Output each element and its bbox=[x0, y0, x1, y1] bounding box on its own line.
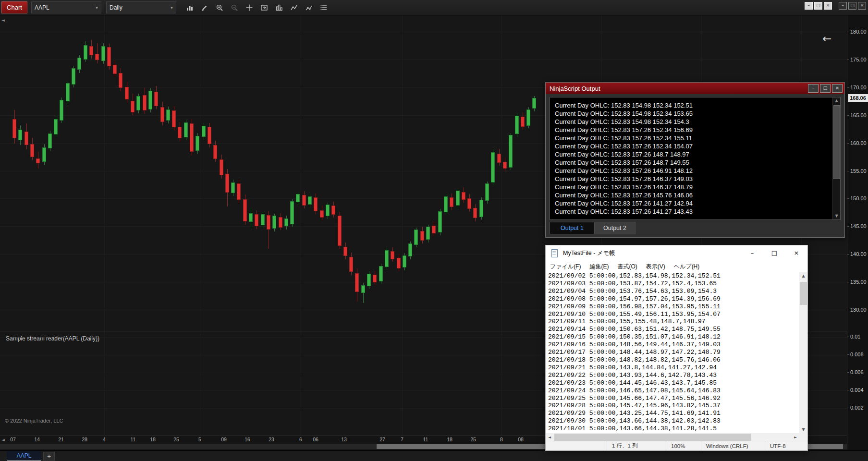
candle-body bbox=[302, 195, 306, 206]
candle-body bbox=[190, 123, 194, 152]
candle-body bbox=[509, 135, 513, 167]
indicators-icon[interactable] bbox=[287, 1, 300, 13]
status-cursor-position: 1 行、1 列 bbox=[607, 441, 666, 450]
candle-body bbox=[107, 47, 111, 66]
period-selector[interactable]: Daily ▾ bbox=[106, 1, 176, 13]
axis-tick bbox=[847, 310, 849, 310]
time-axis-label: 18 bbox=[447, 437, 452, 442]
scroll-left-icon[interactable]: ◄ bbox=[1, 18, 5, 23]
v-gridline bbox=[402, 331, 403, 436]
axis-tick bbox=[847, 354, 849, 355]
output-restore-button[interactable]: □ bbox=[820, 84, 831, 93]
menu-view[interactable]: 表示(V) bbox=[642, 263, 670, 271]
scroll-left-icon[interactable]: ◄ bbox=[1, 437, 5, 442]
notepad-h-scrollbar-thumb[interactable] bbox=[554, 434, 751, 441]
output-minimize-button[interactable]: – bbox=[808, 84, 819, 93]
notepad-v-scrollbar[interactable]: ▲ ▼ bbox=[799, 272, 807, 433]
time-axis-label: 27 bbox=[379, 437, 385, 442]
axis-tick bbox=[847, 408, 849, 408]
menu-file[interactable]: ファイル(F) bbox=[546, 263, 585, 271]
candle-body bbox=[503, 162, 507, 169]
notepad-close-button[interactable]: × bbox=[785, 245, 807, 261]
notepad-line: 2021/09/23 5:00:00,144.45,146.43,143.7,1… bbox=[548, 379, 799, 387]
app-minimize-button[interactable]: – bbox=[839, 2, 847, 10]
output-log-area[interactable]: Current Day OHLC: 152.83 154.98 152.34 1… bbox=[550, 97, 841, 220]
properties-icon[interactable] bbox=[317, 1, 330, 13]
time-axis-label: 25 bbox=[173, 437, 179, 442]
menu-edit[interactable]: 編集(E) bbox=[585, 263, 613, 271]
price-axis-label: 130.00 bbox=[850, 307, 867, 313]
notepad-text-area[interactable]: 2021/09/02 5:00:00,152.83,154.98,152.34,… bbox=[546, 272, 799, 433]
menu-help[interactable]: ヘルプ(H) bbox=[670, 263, 704, 271]
window-maximize-button[interactable]: □ bbox=[814, 2, 822, 10]
output-line: Current Day OHLC: 152.83 157.26 146.37 1… bbox=[555, 175, 832, 183]
chart-style-icon[interactable] bbox=[183, 1, 196, 13]
output-line: Current Day OHLC: 152.83 154.98 152.34 1… bbox=[555, 101, 832, 109]
output-v-scrollbar[interactable]: ▲ ▼ bbox=[832, 97, 840, 219]
chart-menu-button[interactable]: Chart bbox=[1, 1, 27, 13]
app-close-button[interactable]: × bbox=[858, 2, 866, 10]
notepad-title-bar[interactable]: MyTestFile - メモ帳 – □ × bbox=[546, 245, 807, 261]
notepad-line: 2021/09/24 5:00:00,146.65,147.08,145.64,… bbox=[548, 387, 799, 395]
candle-body bbox=[379, 266, 383, 281]
notepad-line: 2021/09/14 5:00:00,150.63,151.42,148.75,… bbox=[548, 326, 799, 333]
strategies-icon[interactable] bbox=[302, 1, 315, 13]
menu-format[interactable]: 書式(O) bbox=[613, 263, 641, 271]
back-arrow-icon[interactable]: ← bbox=[822, 32, 831, 45]
zoom-out-icon[interactable] bbox=[228, 1, 241, 13]
notepad-line: 2021/09/08 5:00:00,154.97,157.26,154.39,… bbox=[548, 295, 799, 303]
chart-trader-icon[interactable] bbox=[257, 1, 270, 13]
candle-body bbox=[444, 196, 448, 213]
tab-aapl[interactable]: AAPL bbox=[7, 451, 41, 461]
candle-body bbox=[72, 68, 75, 85]
scroll-down-icon[interactable]: ▼ bbox=[799, 427, 807, 432]
candle-body bbox=[349, 257, 353, 272]
scroll-down-icon[interactable]: ▼ bbox=[833, 213, 840, 219]
candle-body bbox=[24, 132, 28, 145]
add-tab-button[interactable]: + bbox=[43, 452, 55, 461]
price-axis-label: 135.00 bbox=[850, 279, 867, 285]
drawing-tools-icon[interactable] bbox=[198, 1, 211, 13]
notepad-line: 2021/09/17 5:00:00,148.44,148.97,147.22,… bbox=[548, 349, 799, 356]
axis-tick bbox=[847, 372, 849, 373]
axis-tick bbox=[847, 87, 849, 88]
candle-body bbox=[131, 101, 134, 112]
candle-body bbox=[532, 98, 536, 109]
status-line-ending: Windows (CRLF) bbox=[701, 441, 765, 450]
price-axis-label: 180.00 bbox=[850, 29, 867, 35]
candle-body bbox=[196, 136, 199, 151]
app-maximize-button[interactable]: □ bbox=[848, 2, 856, 10]
notepad-line: 2021/09/21 5:00:00,143.8,144.84,141.27,1… bbox=[548, 364, 799, 372]
price-axis[interactable]: 180.00175.00170.00165.00160.00155.00150.… bbox=[847, 15, 868, 449]
scroll-right-icon[interactable]: ► bbox=[793, 435, 798, 439]
zoom-in-icon[interactable] bbox=[213, 1, 226, 13]
scroll-left-icon[interactable]: ◄ bbox=[547, 435, 552, 439]
candle-body bbox=[113, 65, 117, 74]
window-close-button[interactable]: × bbox=[824, 2, 832, 10]
candle-body bbox=[515, 116, 519, 134]
scroll-up-icon[interactable]: ▲ bbox=[833, 97, 840, 104]
axis-tick bbox=[847, 32, 849, 32]
scroll-up-icon[interactable]: ▲ bbox=[799, 274, 807, 278]
candle-body bbox=[279, 217, 282, 228]
window-minimize-button[interactable]: – bbox=[805, 2, 813, 10]
tab-output-2[interactable]: Output 2 bbox=[595, 222, 636, 234]
instrument-value: AAPL bbox=[35, 4, 49, 11]
notepad-minimize-button[interactable]: – bbox=[741, 245, 763, 261]
notepad-v-scrollbar-thumb[interactable] bbox=[800, 282, 807, 305]
status-zoom-level: 100% bbox=[666, 441, 701, 450]
instrument-selector[interactable]: AAPL ▾ bbox=[31, 1, 101, 13]
time-axis-label: 4 bbox=[103, 437, 106, 442]
notepad-h-scrollbar[interactable]: ◄ ► bbox=[546, 433, 799, 441]
output-title-bar[interactable]: NinjaScript Output – □ × bbox=[546, 83, 844, 94]
axis-tick bbox=[847, 337, 849, 337]
output-scrollbar-thumb[interactable] bbox=[833, 105, 840, 179]
tab-output-1[interactable]: Output 1 bbox=[550, 222, 595, 234]
data-series-icon[interactable] bbox=[272, 1, 285, 13]
output-line: Current Day OHLC: 152.83 157.26 145.76 1… bbox=[555, 191, 832, 199]
crosshair-icon[interactable] bbox=[243, 1, 256, 13]
v-gridline bbox=[200, 15, 200, 331]
candle-body bbox=[296, 194, 300, 202]
notepad-maximize-button[interactable]: □ bbox=[763, 245, 785, 261]
output-close-button[interactable]: × bbox=[832, 84, 843, 93]
